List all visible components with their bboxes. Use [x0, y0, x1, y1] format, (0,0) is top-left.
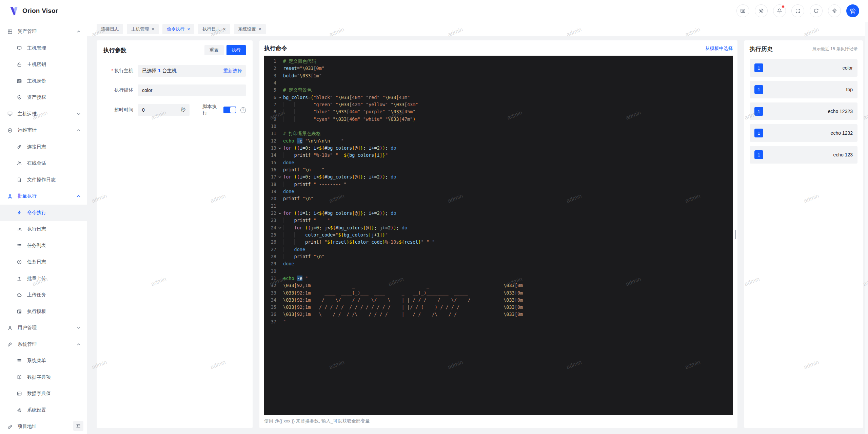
page-scrollbar[interactable] — [865, 22, 868, 434]
code-text: echo -e "\n\n\n\n " — [283, 137, 733, 145]
sidebar-item-file-operation-log[interactable]: 文件操作日志 — [0, 172, 87, 188]
sidebar-item-label: 在线会话 — [27, 160, 46, 166]
sidebar-item-command-execution[interactable]: 命令执行 — [0, 205, 87, 221]
tab-主机管理[interactable]: 主机管理× — [127, 24, 159, 34]
close-tab-icon[interactable]: × — [223, 27, 225, 32]
theme-button[interactable] — [755, 4, 768, 17]
user-avatar[interactable]: 管 — [846, 4, 859, 17]
sidebar-item-label: 批量上传 — [27, 276, 46, 282]
close-tab-icon[interactable]: × — [187, 27, 190, 32]
sidebar-item-batch-upload[interactable]: 批量上传 — [0, 270, 87, 287]
searchlist-icon — [16, 226, 22, 232]
code-text: \033[92;1m ____ ____(_)___ ____ _ __(_)_… — [283, 289, 733, 297]
history-item[interactable]: 1color — [750, 59, 857, 77]
code-text: \033[92;1m \____/_/ /_/\____/_/ /_/ |___… — [283, 311, 733, 318]
sidebar-item-asset-authorization[interactable]: 资产授权 — [0, 89, 87, 106]
tab-系统设置[interactable]: 系统设置× — [234, 24, 266, 34]
code-text — [283, 79, 733, 87]
sidebar-item-system-menu[interactable]: 系统菜单 — [0, 353, 87, 369]
sidebar-item-connect-log[interactable]: 连接日志 — [0, 139, 87, 155]
collapse-sidebar-button[interactable] — [73, 421, 83, 431]
sidebar-item-host-identity[interactable]: 主机身份 — [0, 73, 87, 90]
description-input[interactable] — [138, 84, 246, 96]
sidebar-item-upload-task[interactable]: 上传任务 — [0, 287, 87, 303]
lightning-icon — [16, 210, 22, 216]
host-selector[interactable]: 已选择1台主机 重新选择 — [138, 65, 246, 77]
sidebar-item-ops-audit[interactable]: 运维审计 — [0, 122, 87, 139]
help-icon[interactable]: ? — [240, 107, 246, 113]
sidebar-item-host-management[interactable]: 主机管理 — [0, 40, 87, 57]
fold-gutter — [276, 195, 283, 202]
history-item[interactable]: 1echo 12323 — [750, 102, 857, 120]
tab-命令执行[interactable]: 命令执行× — [162, 24, 194, 34]
line-number: 15 — [264, 159, 276, 166]
fold-gutter[interactable] — [276, 210, 283, 217]
users-icon — [16, 160, 22, 166]
execute-button[interactable]: 执行 — [226, 45, 246, 55]
sidebar-item-task-list[interactable]: 任务列表 — [0, 238, 87, 254]
history-item[interactable]: 1echo 123 — [750, 146, 857, 164]
sidebar-item-online-session[interactable]: 在线会话 — [0, 155, 87, 172]
sidebar-item-asset-management[interactable]: 资产管理 — [0, 23, 87, 40]
fold-gutter[interactable] — [276, 224, 283, 231]
line-number: 13 — [264, 145, 276, 152]
fold-chevron-icon — [278, 211, 282, 215]
reset-button[interactable]: 重置 — [204, 45, 224, 55]
main-area: 连接日志主机管理×命令执行×执行日志×系统设置× 执行参数 重置 执行 *执行主… — [87, 22, 868, 434]
tab-label: 主机管理 — [131, 26, 149, 32]
history-item[interactable]: 1top — [750, 81, 857, 98]
code-button[interactable] — [736, 4, 749, 17]
close-tab-icon[interactable]: × — [152, 27, 154, 32]
reselect-link[interactable]: 重新选择 — [223, 68, 242, 74]
line-number: 24 — [264, 224, 276, 231]
sidebar-item-dict-items[interactable]: 数据字典项 — [0, 369, 87, 386]
sidebar-item-execution-template[interactable]: 执行模板 — [0, 303, 87, 320]
notifications-button[interactable] — [773, 4, 786, 17]
topbar: Orion Visor 管 — [0, 0, 868, 22]
timeout-input[interactable] — [142, 107, 181, 113]
panel-resize-handle[interactable] — [735, 230, 736, 239]
template-icon — [16, 308, 22, 315]
fold-gutter[interactable] — [276, 145, 283, 152]
timeout-label: 超时时间 — [103, 107, 133, 113]
history-item[interactable]: 1echo 1232 — [750, 124, 857, 142]
code-text: "cyan" "\033[46m" "white" "\033[47m") — [283, 116, 733, 123]
tab-bar: 连接日志主机管理×命令执行×执行日志×系统设置× — [87, 22, 868, 36]
script-exec-toggle[interactable] — [223, 107, 236, 113]
sidebar-item-label: 系统管理 — [18, 341, 37, 347]
chevron-up-icon — [77, 342, 81, 346]
sidebar-item-batch-execution[interactable]: 批量执行 — [0, 188, 87, 205]
code-text: done — [283, 159, 733, 166]
sidebar-item-execution-log[interactable]: 执行日志 — [0, 221, 87, 238]
sidebar-item-host-keys[interactable]: 主机密钥 — [0, 56, 87, 73]
sidebar-item-user-management[interactable]: 用户管理 — [0, 320, 87, 336]
select-from-template-link[interactable]: 从模板中选择 — [705, 45, 733, 52]
command-editor[interactable]: 1# 定义颜色代码2reset="\033[0m"3bold="\033[1m"… — [264, 56, 733, 415]
sidebar-item-system-management[interactable]: 系统管理 — [0, 336, 87, 353]
fold-gutter — [276, 65, 283, 72]
tab-label: 连接日志 — [101, 26, 119, 32]
sidebar-item-task-log[interactable]: 任务日志 — [0, 254, 87, 270]
host-selected-text: 已选择1台主机 — [142, 68, 177, 74]
close-tab-icon[interactable]: × — [259, 27, 261, 32]
settings-button[interactable] — [828, 4, 841, 17]
exec-params-panel: 执行参数 重置 执行 *执行主机 已选择1台主机 重新选择 — [97, 40, 253, 428]
fold-gutter[interactable] — [276, 94, 283, 101]
code-text: # 打印背景色表格 — [283, 130, 733, 137]
fold-gutter[interactable] — [276, 173, 283, 181]
refresh-button[interactable] — [810, 4, 823, 17]
fold-gutter — [276, 253, 283, 260]
code-text: printf " " — [283, 217, 733, 224]
fullscreen-button[interactable] — [791, 4, 804, 17]
tab-执行日志[interactable]: 执行日志× — [198, 24, 230, 34]
editor-line: 34\033[92;1m / __ \/ ___/ / __ \/ __ \ |… — [264, 297, 733, 304]
editor-line: 18 printf " -------- " — [264, 181, 733, 188]
tab-label: 命令执行 — [167, 26, 184, 32]
tab-连接日志[interactable]: 连接日志 — [97, 24, 123, 34]
sidebar-item-dict-values[interactable]: 数据字典值 — [0, 385, 87, 402]
sidebar-item-host-ops[interactable]: 主机运维 — [0, 106, 87, 122]
sidebar-item-system-settings[interactable]: 系统设置 — [0, 402, 87, 419]
code-text: printf "\n" — [283, 253, 733, 260]
editor-hint: 使用 @{{ xxx }} 来替换参数, 输入_可以获取全部变量 — [264, 418, 733, 424]
brand[interactable]: Orion Visor — [9, 6, 58, 16]
